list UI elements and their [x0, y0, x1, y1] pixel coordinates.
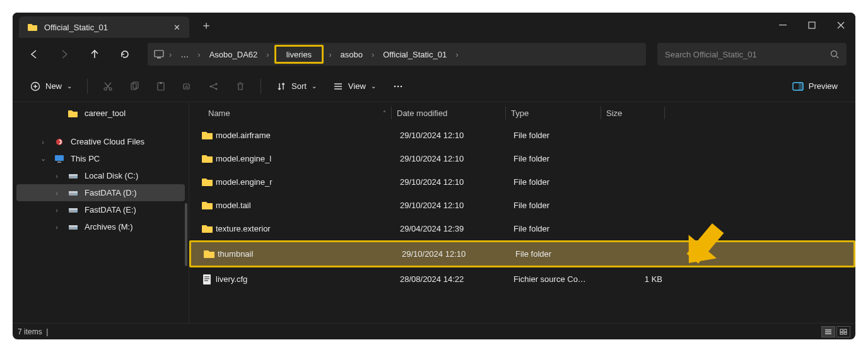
breadcrumb-item[interactable]: Official_Static_01 [379, 43, 450, 66]
scrollbar[interactable] [185, 203, 187, 266]
column-type[interactable]: Type [506, 109, 601, 118]
svg-point-18 [397, 85, 399, 87]
tree-item-label: FastDATA (D:) [85, 188, 137, 197]
chevron-down-icon: ⌄ [312, 83, 317, 90]
tree-chevron-icon[interactable]: › [52, 206, 62, 214]
forward-button[interactable] [52, 42, 77, 67]
sidebar-item[interactable]: ›FastDATA (D:) [16, 184, 185, 201]
share-button[interactable] [202, 78, 225, 95]
back-button[interactable] [21, 42, 47, 67]
chevron-right-icon[interactable]: › [264, 50, 271, 59]
tree-chevron-icon[interactable]: › [52, 189, 62, 197]
navbar: › … › Asobo_DA62 › liveries › asobo › Of… [13, 38, 855, 71]
tree-item-label: This PC [71, 154, 100, 163]
tree-item-label: Archives (M:) [85, 222, 133, 232]
sidebar-item[interactable]: ›Creative Cloud Files [16, 133, 185, 150]
folder-icon [202, 177, 216, 187]
file-name: model.engine_r [216, 177, 397, 187]
icons-view-toggle[interactable] [836, 326, 850, 337]
breadcrumb-item-highlighted[interactable]: liveries [274, 45, 324, 64]
more-button[interactable] [386, 78, 410, 95]
file-row[interactable]: texture.exterior29/04/2024 12:39File fol… [189, 217, 855, 240]
chevron-right-icon[interactable]: › [195, 50, 202, 59]
svg-rect-40 [204, 280, 208, 281]
chevron-right-icon[interactable]: › [369, 50, 377, 59]
main-area: career_tool›Creative Cloud Files⌄This PC… [13, 102, 855, 323]
chevron-right-icon[interactable]: › [453, 50, 460, 59]
copy-button[interactable] [123, 78, 146, 95]
breadcrumb-item[interactable]: asobo [336, 43, 366, 66]
search-placeholder: Search Official_Static_01 [665, 50, 757, 59]
tree-chevron-icon[interactable]: › [52, 172, 62, 180]
tree-item-icon [68, 206, 78, 214]
file-name: thumbnail [218, 249, 399, 259]
preview-button[interactable]: Preview [786, 78, 844, 95]
maximize-button[interactable] [797, 13, 826, 38]
file-size: 1 KB [606, 274, 669, 284]
view-button[interactable]: View ⌄ [327, 78, 382, 95]
close-tab-icon[interactable]: ✕ [173, 23, 180, 32]
file-row[interactable]: model.engine_r29/10/2024 12:10File folde… [189, 170, 855, 194]
file-row[interactable]: model.airframe29/10/2024 12:10File folde… [189, 124, 855, 147]
file-row[interactable]: thumbnail29/10/2024 12:10File folder [191, 242, 853, 266]
add-tab-button[interactable]: ＋ [189, 18, 223, 33]
sidebar-item[interactable]: ›FastDATA (E:) [16, 201, 185, 218]
refresh-button[interactable] [112, 42, 138, 67]
sidebar-item[interactable]: career_tool [16, 105, 185, 122]
pc-icon [154, 50, 164, 59]
svg-rect-41 [840, 329, 843, 332]
folder-icon [202, 131, 216, 140]
details-view-toggle[interactable] [821, 326, 835, 337]
folder-icon [202, 154, 216, 163]
breadcrumb-more[interactable]: … [177, 43, 192, 66]
rename-button[interactable]: A [176, 78, 199, 95]
tree-item-icon [54, 138, 64, 146]
svg-rect-32 [69, 208, 78, 210]
status-bar: 7 items | [13, 323, 855, 339]
chevron-right-icon[interactable]: › [326, 50, 334, 59]
sort-button[interactable]: Sort ⌄ [270, 78, 323, 95]
file-date: 29/10/2024 12:10 [397, 177, 511, 187]
svg-point-15 [216, 83, 218, 85]
file-list: model.airframe29/10/2024 12:10File folde… [189, 124, 855, 291]
address-bar[interactable]: › … › Asobo_DA62 › liveries › asobo › Of… [148, 43, 646, 66]
search-input[interactable]: Search Official_Static_01 [657, 43, 847, 66]
close-window-button[interactable] [826, 13, 855, 38]
sidebar: career_tool›Creative Cloud Files⌄This PC… [13, 102, 189, 323]
svg-rect-26 [69, 174, 78, 176]
svg-text:A: A [185, 84, 189, 90]
column-size[interactable]: Size [601, 109, 664, 118]
column-name[interactable]: Name ˄ [189, 109, 391, 118]
tree-chevron-icon[interactable]: › [38, 138, 48, 146]
content-pane: Name ˄ Date modified Type Size model.air… [189, 102, 855, 323]
folder-icon [28, 23, 38, 32]
titlebar: Official_Static_01 ✕ ＋ [13, 13, 855, 38]
sidebar-item[interactable]: ›Archives (M:) [16, 218, 185, 235]
file-row[interactable]: model.tail29/10/2024 12:10File folder [189, 194, 855, 217]
delete-button[interactable] [229, 78, 252, 95]
file-row[interactable]: model.engine_l29/10/2024 12:10File folde… [189, 147, 855, 170]
column-date[interactable]: Date modified [392, 109, 505, 118]
tree-chevron-icon[interactable]: ⌄ [38, 155, 48, 163]
minimize-button[interactable] [768, 13, 797, 38]
file-row[interactable]: livery.cfg28/08/2024 14:22Fichier source… [189, 267, 855, 291]
up-button[interactable] [82, 42, 107, 67]
tree-item-icon [68, 223, 78, 231]
window-tab[interactable]: Official_Static_01 ✕ [19, 16, 189, 38]
paste-button[interactable] [150, 78, 172, 95]
file-type: File folder [513, 249, 607, 259]
tree-item-label: Local Disk (C:) [85, 171, 138, 180]
chevron-down-icon: ⌄ [371, 83, 376, 90]
new-button[interactable]: New ⌄ [24, 78, 78, 95]
sidebar-item[interactable]: ›Local Disk (C:) [16, 167, 185, 184]
sidebar-item[interactable]: ⌄This PC [16, 150, 185, 167]
file-type: Fichier source Co… [511, 274, 606, 284]
file-name: model.engine_l [216, 154, 397, 163]
tree-chevron-icon[interactable]: › [52, 223, 62, 231]
cut-button[interactable] [97, 78, 119, 95]
chevron-right-icon[interactable]: › [167, 50, 174, 59]
svg-rect-39 [204, 278, 209, 279]
svg-rect-1 [809, 22, 815, 28]
breadcrumb-item[interactable]: Asobo_DA62 [206, 43, 262, 66]
svg-point-33 [76, 211, 77, 212]
